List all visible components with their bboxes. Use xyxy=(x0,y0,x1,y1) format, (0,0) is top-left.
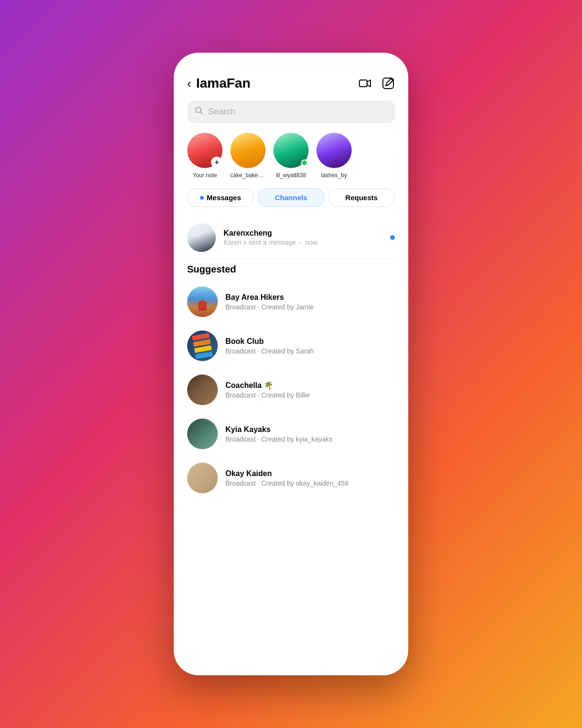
story-cake-baker[interactable]: cake_baker_cj xyxy=(230,133,266,179)
okay-kaiden-meta: Broadcast · Created by okay_kaiden_459 xyxy=(225,479,348,487)
book-stack-icon xyxy=(192,333,213,359)
cake-baker-avatar xyxy=(230,133,266,168)
lashes-by-avatar xyxy=(316,133,352,168)
phone-shell: ‹ IamaFan Search xyxy=(174,53,408,675)
karen-avatar xyxy=(187,223,216,252)
kyia-name: Kyia Kayaks xyxy=(225,425,332,434)
tabs-row: Messages Channels Requests xyxy=(174,188,408,216)
message-sender-name: Karenxcheng xyxy=(224,229,382,238)
kyia-meta: Broadcast · Created by kyia_kayaks xyxy=(225,435,332,443)
preview-body: Karen x sent a message xyxy=(224,239,296,246)
story-your-note[interactable]: + Your note xyxy=(187,133,223,179)
suggested-section-title: Suggested xyxy=(174,259,408,280)
book-club-meta: Broadcast · Created by Sarah xyxy=(225,347,313,355)
header: ‹ IamaFan xyxy=(174,76,408,101)
kyia-avatar xyxy=(187,419,218,449)
bay-area-name: Bay Area Hikers xyxy=(225,293,313,302)
suggested-item-book-club[interactable]: Book Club Broadcast · Created by Sarah xyxy=(174,324,408,368)
coachella-avatar xyxy=(187,375,218,405)
search-icon xyxy=(195,106,203,117)
story-label-your-note: Your note xyxy=(193,172,217,179)
kyia-content: Kyia Kayaks Broadcast · Created by kyia_… xyxy=(225,425,332,443)
story-lil-wyatt[interactable]: lil_wyatt838 xyxy=(273,133,309,179)
message-content: Karenxcheng Karen x sent a message · now xyxy=(224,229,382,246)
story-label-cake-baker: cake_baker_cj xyxy=(230,172,266,179)
page-title: IamaFan xyxy=(196,76,358,91)
message-time: now xyxy=(305,239,317,246)
suggested-item-kyia-kayaks[interactable]: Kyia Kayaks Broadcast · Created by kyia_… xyxy=(174,412,408,456)
search-placeholder: Search xyxy=(208,107,235,117)
okay-kaiden-content: Okay Kaiden Broadcast · Created by okay_… xyxy=(225,469,348,487)
book-club-name: Book Club xyxy=(225,337,313,346)
unread-indicator xyxy=(390,235,395,240)
story-label-lil-wyatt: lil_wyatt838 xyxy=(276,172,306,179)
coachella-content: Coachella 🌴 Broadcast · Created by Billi… xyxy=(225,381,310,399)
bay-area-avatar xyxy=(187,286,218,317)
book-club-content: Book Club Broadcast · Created by Sarah xyxy=(225,337,313,355)
search-bar[interactable]: Search xyxy=(187,101,395,123)
back-button[interactable]: ‹ xyxy=(187,76,191,91)
svg-rect-0 xyxy=(359,80,367,87)
plus-badge: + xyxy=(211,157,223,168)
okay-kaiden-avatar xyxy=(187,463,218,493)
tab-channels[interactable]: Channels xyxy=(257,188,324,207)
suggested-item-okay-kaiden[interactable]: Okay Kaiden Broadcast · Created by okay_… xyxy=(174,456,408,500)
bay-area-content: Bay Area Hikers Broadcast · Created by J… xyxy=(225,293,313,311)
suggested-item-coachella[interactable]: Coachella 🌴 Broadcast · Created by Billi… xyxy=(174,368,408,412)
okay-kaiden-name: Okay Kaiden xyxy=(225,469,348,478)
video-icon[interactable] xyxy=(358,77,372,90)
coachella-meta: Broadcast · Created by Billie xyxy=(225,391,310,399)
lil-wyatt-avatar-wrap xyxy=(273,133,309,168)
coachella-name: Coachella 🌴 xyxy=(225,381,310,390)
cake-baker-avatar-wrap xyxy=(230,133,266,168)
lashes-by-avatar-wrap xyxy=(316,133,352,168)
suggested-item-bay-area[interactable]: Bay Area Hikers Broadcast · Created by J… xyxy=(174,280,408,324)
your-note-avatar-wrap: + xyxy=(187,133,223,168)
message-preview-text: Karen x sent a message · now xyxy=(224,239,382,246)
book-club-avatar xyxy=(187,330,218,361)
stories-row: + Your note cake_baker_cj lil_wyatt838 xyxy=(174,133,408,188)
online-indicator xyxy=(301,159,308,166)
bay-area-meta: Broadcast · Created by Jamie xyxy=(225,303,313,311)
tab-messages[interactable]: Messages xyxy=(187,188,254,207)
header-actions xyxy=(358,77,395,90)
tab-requests[interactable]: Requests xyxy=(328,188,395,207)
story-lashes-by[interactable]: lashes_by xyxy=(316,133,352,179)
edit-icon[interactable] xyxy=(381,77,395,90)
message-item-karen[interactable]: Karenxcheng Karen x sent a message · now xyxy=(174,216,408,259)
story-label-lashes-by: lashes_by xyxy=(321,172,347,179)
